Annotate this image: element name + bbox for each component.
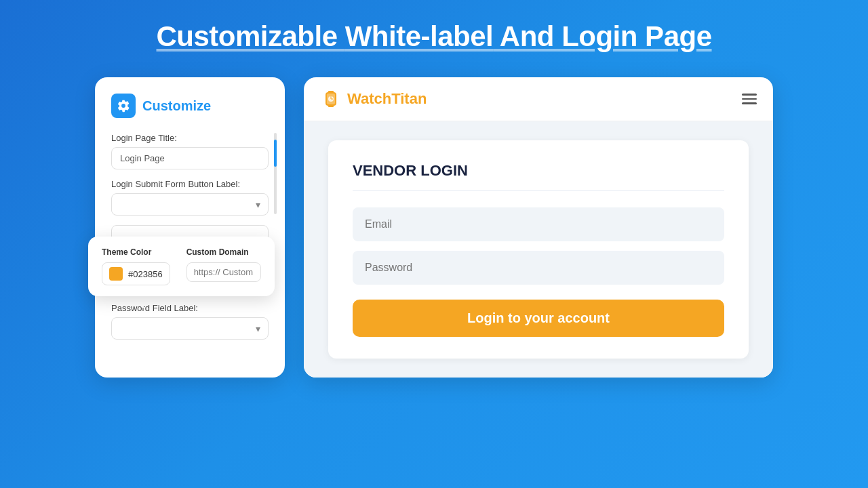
password-label-select[interactable] [111,317,269,340]
hamburger-line-2 [742,98,757,100]
svg-rect-5 [331,96,332,99]
customize-title: Customize [142,98,211,114]
custom-domain-input[interactable] [186,262,261,282]
dashed-line [142,296,144,323]
brand-name: WatchTitan [347,90,427,108]
password-label-field-group: Password Field Label: [111,303,269,340]
submit-label-field-group: Login Submit Form Button Label: [111,179,269,216]
customize-panel: Customize Login Page Title: Login Submit… [95,77,285,378]
title-text-2: White-label [345,20,494,52]
login-button[interactable]: Login to your account [353,300,724,337]
customize-icon [111,94,136,118]
vendor-login-title: VENDOR LOGIN [353,162,724,191]
brand-logo: WatchTitan [320,88,427,110]
watch-icon [320,88,342,110]
hamburger-menu[interactable] [742,94,757,104]
dashed-arrow [136,296,144,323]
submit-label-label: Login Submit Form Button Label: [111,179,269,189]
custom-domain-label: Custom Domain [186,247,261,257]
password-label-select-wrapper [111,317,269,340]
preview-body: VENDOR LOGIN Login to your account [304,121,773,378]
login-title-field-group: Login Page Title: [111,133,269,179]
login-card: VENDOR LOGIN Login to your account [328,140,749,359]
color-swatch [109,267,123,281]
email-field[interactable] [353,207,724,241]
hamburger-line-3 [742,102,757,104]
svg-rect-3 [328,104,334,107]
theme-color-section: Theme Color #023856 [102,247,170,285]
preview-header: WatchTitan [304,77,773,121]
password-field[interactable] [353,251,724,285]
preview-panel: WatchTitan VENDOR LOGIN Login to your ac… [304,77,773,378]
scroll-thumb [274,140,277,167]
password-label-label: Password Field Label: [111,303,269,313]
submit-label-select-wrapper [111,193,269,216]
login-title-label: Login Page Title: [111,133,269,143]
theme-card: Theme Color #023856 Custom Domain [88,237,275,296]
title-text-3: And Login Page [493,20,711,52]
hamburger-line-1 [742,94,757,96]
page-title: Customizable White-label And Login Page [157,20,712,53]
theme-color-label: Theme Color [102,247,170,257]
customize-header: Customize [111,94,269,118]
title-text-1: Customizable [157,20,345,52]
svg-rect-6 [331,99,333,100]
login-title-input[interactable] [111,147,269,169]
color-value: #023856 [128,269,163,279]
submit-label-select[interactable] [111,193,269,216]
custom-domain-section: Custom Domain [186,247,261,282]
svg-rect-2 [328,91,334,94]
panels-container: Customize Login Page Title: Login Submit… [95,77,773,378]
color-input-row[interactable]: #023856 [102,262,170,285]
scroll-indicator [274,133,277,214]
